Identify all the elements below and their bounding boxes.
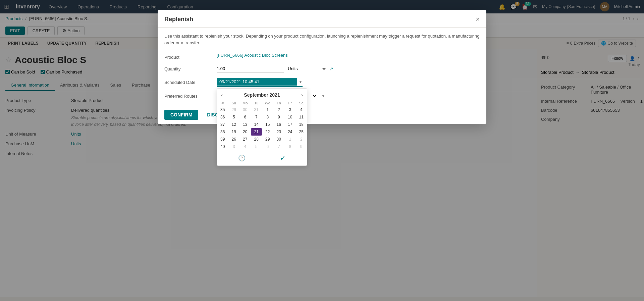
- calendar-day[interactable]: 28: [251, 136, 262, 143]
- modal-routes-label: Preferred Routes: [164, 92, 211, 99]
- external-link-icon[interactable]: ↗: [329, 66, 333, 71]
- calendar-day[interactable]: 6: [262, 143, 273, 150]
- calendar-day[interactable]: 19: [228, 128, 240, 136]
- calendar-day[interactable]: 2: [273, 106, 285, 113]
- calendar-day[interactable]: 11: [296, 113, 307, 121]
- cal-header-sa: Sa: [296, 100, 307, 106]
- calendar-day[interactable]: 29: [262, 136, 273, 143]
- calendar-day[interactable]: 13: [239, 121, 251, 128]
- calendar-day[interactable]: 18: [296, 121, 307, 128]
- modal-product-label: Product: [164, 53, 211, 60]
- modal-close-button[interactable]: ×: [476, 15, 480, 23]
- calendar-day[interactable]: 25: [296, 128, 307, 136]
- modal-footer: CONFIRM DISCARD: [158, 106, 486, 124]
- modal-body: Use this assistant to replenish your sto…: [158, 28, 486, 106]
- calendar-day[interactable]: 26: [228, 136, 240, 143]
- calendar-day[interactable]: 8: [284, 143, 296, 150]
- calendar-dropdown: ‹ September 2021 › # Su Mo: [217, 88, 307, 166]
- cal-header-fr: Fr: [284, 100, 296, 106]
- calendar-day[interactable]: 24: [284, 128, 296, 136]
- calendar-day[interactable]: 15: [262, 121, 273, 128]
- calendar-day[interactable]: 9: [296, 143, 307, 150]
- cal-week-num: 35: [217, 106, 228, 113]
- calendar-time-button[interactable]: 🕐: [238, 154, 246, 162]
- calendar-day[interactable]: 30: [273, 136, 285, 143]
- calendar-day[interactable]: 9: [273, 113, 285, 121]
- calendar-next-button[interactable]: ›: [301, 92, 303, 98]
- calendar-day[interactable]: 3: [284, 106, 296, 113]
- calendar-day[interactable]: 20: [239, 128, 251, 136]
- calendar-day[interactable]: 6: [239, 113, 251, 121]
- cal-header-su: Su: [228, 100, 240, 106]
- calendar-prev-button[interactable]: ‹: [221, 92, 223, 98]
- modal-header: Replenish ×: [158, 10, 486, 28]
- cal-week-num: 36: [217, 113, 228, 121]
- quantity-input[interactable]: [217, 65, 284, 73]
- cal-week-num: 40: [217, 143, 228, 150]
- calendar-day[interactable]: 12: [228, 121, 240, 128]
- calendar-day[interactable]: 14: [251, 121, 262, 128]
- calendar-day[interactable]: 4: [296, 106, 307, 113]
- replenish-modal: Replenish × Use this assistant to replen…: [158, 10, 486, 124]
- calendar-header: ‹ September 2021 ›: [217, 89, 307, 100]
- cal-header-week: #: [217, 100, 228, 106]
- calendar-day[interactable]: 2: [296, 136, 307, 143]
- cal-week-num: 38: [217, 128, 228, 136]
- modal-overlay[interactable]: Replenish × Use this assistant to replen…: [0, 0, 644, 297]
- calendar-day[interactable]: 7: [251, 113, 262, 121]
- modal-product-value[interactable]: [FURN_6666] Acoustic Bloc Screens: [217, 53, 288, 58]
- cal-header-th: Th: [273, 100, 285, 106]
- calendar-day[interactable]: 23: [273, 128, 285, 136]
- calendar-day[interactable]: 7: [273, 143, 285, 150]
- calendar-day[interactable]: 3: [228, 143, 240, 150]
- calendar-day[interactable]: 21: [251, 128, 262, 136]
- calendar-day[interactable]: 8: [262, 113, 273, 121]
- date-field-wrapper: 09/21/2021 10:45:41 ▼ ‹ September 2021 ›: [217, 78, 303, 87]
- confirm-button[interactable]: CONFIRM: [164, 110, 198, 120]
- calendar-day[interactable]: 16: [273, 121, 285, 128]
- cal-week-num: 39: [217, 136, 228, 143]
- modal-description: Use this assistant to replenish your sto…: [164, 33, 480, 46]
- calendar-day[interactable]: 17: [284, 121, 296, 128]
- modal-date-label: Scheduled Date: [164, 78, 211, 85]
- calendar-month-year: September 2021: [244, 92, 280, 98]
- cal-header-mo: Mo: [239, 100, 251, 106]
- units-select[interactable]: Units: [286, 64, 327, 73]
- calendar-day[interactable]: 1: [284, 136, 296, 143]
- modal-product-field: [FURN_6666] Acoustic Bloc Screens: [217, 53, 480, 58]
- calendar-day[interactable]: 30: [239, 106, 251, 113]
- modal-quantity-field: Units ↗: [217, 64, 480, 73]
- calendar-day[interactable]: 29: [228, 106, 240, 113]
- calendar-day[interactable]: 5: [251, 143, 262, 150]
- calendar-grid: # Su Mo Tu We Th Fr Sa: [217, 100, 307, 150]
- calendar-day[interactable]: 5: [228, 113, 240, 121]
- routes-dropdown-icon: ▼: [321, 94, 325, 98]
- calendar-day[interactable]: 1: [262, 106, 273, 113]
- scheduled-date-value[interactable]: 09/21/2021 10:45:41: [217, 78, 297, 86]
- cal-week-num: 37: [217, 121, 228, 128]
- cal-header-we: We: [262, 100, 273, 106]
- calendar-footer: 🕐 ✓: [217, 152, 307, 163]
- calendar-confirm-button[interactable]: ✓: [280, 154, 286, 162]
- calendar-day[interactable]: 27: [239, 136, 251, 143]
- calendar-day[interactable]: 10: [284, 113, 296, 121]
- modal-date-field: 09/21/2021 10:45:41 ▼ ‹ September 2021 ›: [217, 78, 480, 87]
- cal-header-tu: Tu: [251, 100, 262, 106]
- calendar-day[interactable]: 31: [251, 106, 262, 113]
- calendar-day[interactable]: 22: [262, 128, 273, 136]
- date-dropdown-arrow-icon[interactable]: ▼: [299, 80, 303, 84]
- modal-title: Replenish: [164, 16, 193, 23]
- modal-form: Product [FURN_6666] Acoustic Bloc Screen…: [164, 53, 480, 100]
- calendar-day[interactable]: 4: [239, 143, 251, 150]
- modal-quantity-label: Quantity: [164, 64, 211, 71]
